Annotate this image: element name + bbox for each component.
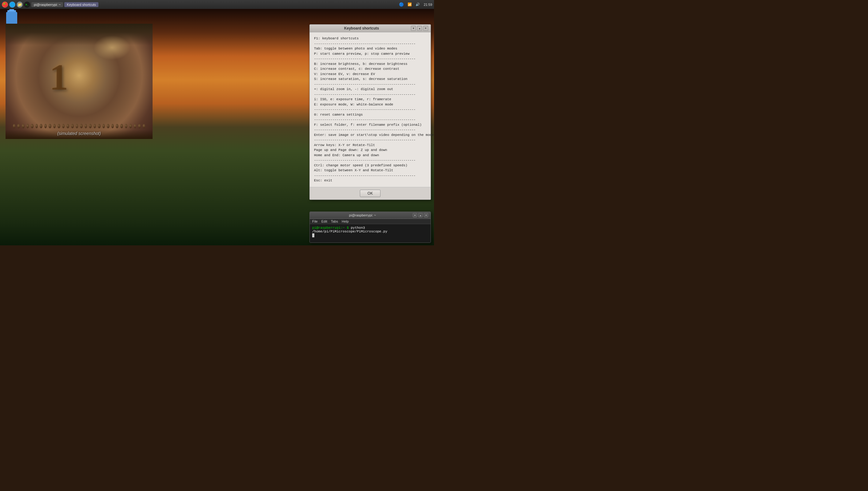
camera-preview-window: 1 <box>5 24 152 139</box>
browser-icon[interactable]: 🌐 <box>9 2 16 8</box>
kbd-ok-button[interactable]: OK <box>360 190 381 197</box>
time-display: 21:59 <box>424 3 432 6</box>
volume-icon: 🔊 <box>416 2 420 6</box>
desktop: Trash 1 <box>0 9 434 246</box>
terminal-menu-file[interactable]: File <box>312 220 318 223</box>
terminal-menu-tabs[interactable]: Tabs <box>331 220 338 223</box>
terminal-icon[interactable]: >_ <box>24 2 30 8</box>
terminal-body[interactable]: pi@raspberrypi:~ $ python3 /home/pi/PiMi… <box>310 224 430 242</box>
terminal-controls: ▾ ▴ ✕ <box>413 213 428 218</box>
terminal-minimize-button[interactable]: ▾ <box>413 213 417 218</box>
kbd-shortcuts-dialog: Keyboard shortcuts ▾ ▴ ✕ F1: keyboard sh… <box>309 24 431 200</box>
terminal-title: pi@raspberrypi: ~ <box>312 213 413 217</box>
kbd-minimize-button[interactable]: ▾ <box>411 26 416 31</box>
kbd-dialog-footer: OK <box>310 187 430 200</box>
kbd-maximize-button[interactable]: ▴ <box>417 26 422 31</box>
coin-photo: 1 <box>5 24 152 139</box>
network-icon: 📶 <box>408 2 412 6</box>
taskbar: 🍓 🌐 📁 >_ pi@raspberrypi: ~ Keyboard shor… <box>0 0 434 9</box>
kbd-dialog-controls: ▾ ▴ ✕ <box>411 26 428 31</box>
kbd-dialog-titlebar: Keyboard shortcuts ▾ ▴ ✕ <box>310 25 430 32</box>
simulated-text: (simulated screenshot) <box>5 131 152 136</box>
kbd-dialog-title: Keyboard shortcuts <box>312 26 411 30</box>
taskbar-kbd-window[interactable]: Keyboard shortcuts <box>64 2 99 7</box>
terminal-prompt: pi@raspberrypi:~ $ <box>312 226 349 230</box>
taskbar-terminal-label: pi@raspberrypi: ~ <box>34 3 61 6</box>
terminal-window: pi@raspberrypi: ~ ▾ ▴ ✕ File Edit Tabs H… <box>309 211 431 243</box>
terminal-cursor-line <box>312 233 428 237</box>
shortcuts-text: F1: keyboard shortcuts -----------------… <box>314 36 426 183</box>
files-icon[interactable]: 📁 <box>17 2 23 8</box>
terminal-menu-edit[interactable]: Edit <box>321 220 327 223</box>
taskbar-kbd-label: Keyboard shortcuts <box>67 3 96 6</box>
raspberry-pi-icon[interactable]: 🍓 <box>2 2 8 8</box>
terminal-titlebar: pi@raspberrypi: ~ ▾ ▴ ✕ <box>310 212 430 219</box>
terminal-line: pi@raspberrypi:~ $ python3 /home/pi/PiMi… <box>312 226 428 233</box>
kbd-dialog-content: F1: keyboard shortcuts -----------------… <box>310 32 430 187</box>
coin-reflection <box>93 35 131 60</box>
terminal-maximize-button[interactable]: ▴ <box>418 213 423 218</box>
coin-bumps <box>13 122 145 130</box>
terminal-menu-help[interactable]: Help <box>342 220 349 223</box>
trash-visual <box>6 12 17 24</box>
bluetooth-icon: 🔵 <box>399 2 404 7</box>
taskbar-terminal-window[interactable]: pi@raspberrypi: ~ <box>31 2 63 7</box>
terminal-menubar: File Edit Tabs Help <box>310 219 430 224</box>
terminal-cursor <box>312 233 314 237</box>
coin-number: 1 <box>49 57 68 99</box>
taskbar-right: 🔵 📶 🔊 21:59 <box>399 2 432 7</box>
kbd-close-button[interactable]: ✕ <box>423 26 428 31</box>
terminal-close-button[interactable]: ✕ <box>424 213 428 218</box>
